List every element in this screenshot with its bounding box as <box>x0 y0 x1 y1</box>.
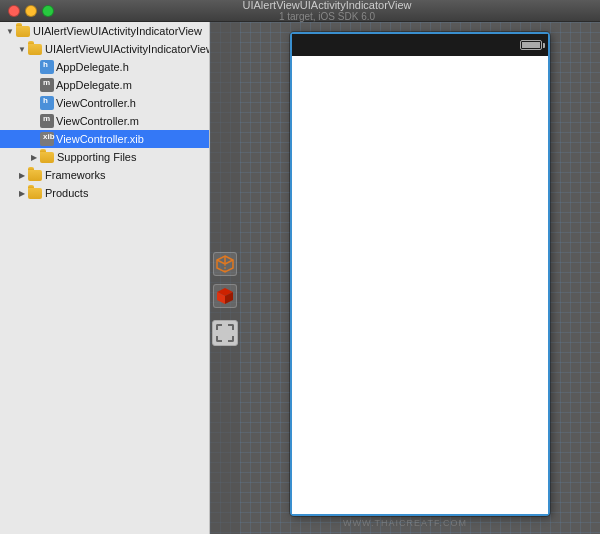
sidebar-label-appdelegate-h: AppDelegate.h <box>56 61 129 73</box>
sidebar: UIAlertViewUIActivityIndicatorView UIAle… <box>0 22 210 534</box>
sidebar-label-viewcontroller-m: ViewController.m <box>56 115 139 127</box>
h-badge-icon2: h <box>40 96 54 110</box>
title-bar: UIAlertViewUIActivityIndicatorView 1 tar… <box>0 0 600 22</box>
cube-3d-icon <box>215 254 235 274</box>
main-area: UIAlertViewUIActivityIndicatorView UIAle… <box>0 22 600 534</box>
window-subtitle: 1 target, iOS SDK 6.0 <box>62 11 592 22</box>
sidebar-label-project: UIAlertViewUIActivityIndicatorView <box>45 43 209 55</box>
sidebar-item-supporting-files[interactable]: Supporting Files <box>0 148 209 166</box>
svg-line-3 <box>225 260 233 264</box>
phone-body <box>292 56 548 514</box>
content-area: WWW.THAICREATF.COM <box>210 22 600 534</box>
sidebar-label-appdelegate-m: AppDelegate.m <box>56 79 132 91</box>
sidebar-item-appdelegate-h[interactable]: h AppDelegate.h <box>0 58 209 76</box>
cube-solid-button[interactable] <box>213 284 237 308</box>
folder-icon-root <box>16 26 30 37</box>
folder-icon-project <box>28 44 42 55</box>
phone-status-bar <box>292 34 548 56</box>
sidebar-item-products[interactable]: Products <box>0 184 209 202</box>
m-badge-icon2: m <box>40 114 54 128</box>
sidebar-label-products: Products <box>45 187 88 199</box>
cube-3d-button[interactable] <box>213 252 237 276</box>
disclosure-root[interactable] <box>4 25 16 37</box>
disclosure-products[interactable] <box>16 187 28 199</box>
xib-badge-icon: xib <box>40 132 54 146</box>
sidebar-item-root-group[interactable]: UIAlertViewUIActivityIndicatorView <box>0 22 209 40</box>
sidebar-item-frameworks[interactable]: Frameworks <box>0 166 209 184</box>
view-selector-button[interactable] <box>212 320 238 346</box>
disclosure-supporting[interactable] <box>28 151 40 163</box>
battery-icon <box>520 40 542 50</box>
sidebar-item-project[interactable]: UIAlertViewUIActivityIndicatorView <box>0 40 209 58</box>
sidebar-item-viewcontroller-h[interactable]: h ViewController.h <box>0 94 209 112</box>
tools-panel <box>210 22 240 534</box>
sidebar-label-supporting: Supporting Files <box>57 151 137 163</box>
svg-line-2 <box>217 260 225 264</box>
sidebar-item-appdelegate-m[interactable]: m AppDelegate.m <box>0 76 209 94</box>
battery-fill <box>522 42 540 48</box>
close-button[interactable] <box>8 5 20 17</box>
m-badge-icon: m <box>40 78 54 92</box>
disclosure-project[interactable] <box>16 43 28 55</box>
window-controls <box>8 5 54 17</box>
view-selector-inner <box>216 324 234 342</box>
sidebar-item-viewcontroller-xib[interactable]: xib ViewController.xib <box>0 130 209 148</box>
minimize-button[interactable] <box>25 5 37 17</box>
maximize-button[interactable] <box>42 5 54 17</box>
window-title: UIAlertViewUIActivityIndicatorView <box>62 0 592 11</box>
phone-frame <box>290 32 550 516</box>
folder-icon-frameworks <box>28 170 42 181</box>
sidebar-label-frameworks: Frameworks <box>45 169 106 181</box>
folder-icon-products <box>28 188 42 199</box>
sidebar-label-viewcontroller-h: ViewController.h <box>56 97 136 109</box>
sidebar-label-viewcontroller-xib: ViewController.xib <box>56 133 144 145</box>
sidebar-item-viewcontroller-m[interactable]: m ViewController.m <box>0 112 209 130</box>
cube-solid-icon <box>215 286 235 306</box>
sidebar-label-root: UIAlertViewUIActivityIndicatorView <box>33 25 202 37</box>
h-badge-icon: h <box>40 60 54 74</box>
folder-icon-supporting <box>40 152 54 163</box>
disclosure-frameworks[interactable] <box>16 169 28 181</box>
watermark: WWW.THAICREATF.COM <box>343 518 467 528</box>
